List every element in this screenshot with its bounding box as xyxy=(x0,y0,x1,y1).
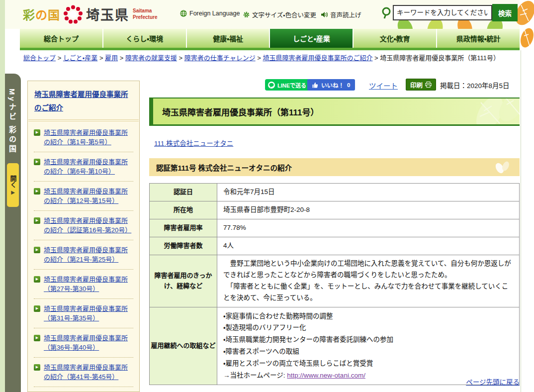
speaker-icon xyxy=(321,11,328,18)
table-row-label: 所在地 xyxy=(150,201,217,219)
search-button[interactable]: 検索 xyxy=(492,4,518,21)
table-row-value: 令和元年7月15日 xyxy=(217,184,520,201)
arrow-bullet-icon: ▶ xyxy=(34,188,40,195)
sidebar-link[interactable]: 埼玉県障害者雇用優良事業所の紹介（第12号-第15号） xyxy=(44,187,133,206)
sidebar-item[interactable]: ▶埼玉県障害者雇用優良事業所の紹介（第46号-第50号） xyxy=(34,387,133,392)
logo-english-name: Saitama Prefecture xyxy=(133,8,157,20)
back-to-top-row: ページ先頭に戻る xyxy=(149,377,520,387)
site-logo[interactable]: 彩の国 埼玉県 Saitama Prefecture xyxy=(23,4,157,24)
nav-underline-strip xyxy=(20,48,520,50)
sidebar-item[interactable]: ▶埼玉県障害者雇用優良事業所の紹介（第1号-第5号） xyxy=(34,123,133,152)
saitama-emblem-icon xyxy=(64,5,83,24)
breadcrumb-link[interactable]: しごと・産業 xyxy=(63,54,97,62)
table-row: 障害者雇用のきっかけ、経緯など 豊野工業団地という中小企業向けの工場団地に入れた… xyxy=(150,255,520,307)
line-share-label: LINEで送る xyxy=(277,81,306,89)
foreign-language-link[interactable]: Foreign Language xyxy=(180,10,240,17)
table-row: 障害者雇用率77.78% xyxy=(150,219,520,237)
nav-tab-5[interactable]: 文化・教育 xyxy=(354,29,436,48)
arrow-bullet-icon: ▶ xyxy=(34,129,40,136)
sidebar-link[interactable]: 埼玉県障害者雇用優良事業所の紹介（認証第16号-第20号） xyxy=(44,216,133,235)
foreign-language-label: Foreign Language xyxy=(189,10,240,17)
published-date: 掲載日：2020年8月5日 xyxy=(440,80,510,90)
breadcrumb-link[interactable]: 埼玉県障害者雇用優良事業所のご紹介 xyxy=(263,54,372,62)
table-row-value: ・家庭事情に合わせた勤務時間の調整・製造現場のバリアフリー化・埼玉県職業能力開発… xyxy=(217,307,520,385)
nav-tab-4[interactable]: しごと・産業 xyxy=(270,29,353,48)
thumbs-up-icon xyxy=(312,82,318,88)
sidebar-link[interactable]: 埼玉県障害者雇用優良事業所（第36号-第40号） xyxy=(44,333,133,353)
sidebar-link[interactable]: 埼玉県障害者雇用優良事業所の紹介（第21号-第25号） xyxy=(44,245,133,265)
table-row: 雇用継続への取組など・家庭事情に合わせた勤務時間の調整・製造現場のバリアフリー化… xyxy=(150,307,520,385)
nav-tab-2[interactable]: くらし・環境 xyxy=(103,29,186,48)
table-row-label: 障害者雇用率 xyxy=(150,219,217,237)
page-left-strip xyxy=(0,0,5,392)
sidebar-link[interactable]: 埼玉県障害者雇用優良事業所の紹介（第6号-第10号） xyxy=(44,157,133,177)
back-to-top-link[interactable]: ページ先頭に戻る xyxy=(466,379,520,386)
sidebar-item[interactable]: ▶埼玉県障害者雇用優良事業所（第31号-第35号） xyxy=(34,299,133,328)
breadcrumb-link[interactable]: 総合トップ xyxy=(23,54,56,62)
sidebar-item[interactable]: ▶埼玉県障害者雇用優良事業所の紹介（第6号-第10号） xyxy=(34,152,133,182)
print-button[interactable]: 印刷 xyxy=(406,79,436,91)
mynavi-arrow-icon: ▶ xyxy=(11,190,15,195)
bullet-line: ・製造現場のバリアフリー化 xyxy=(223,322,513,334)
breadcrumb-separator: > xyxy=(97,54,105,62)
page-title: 埼玉県障害者雇用優良事業所（第111号） xyxy=(153,105,319,118)
speech-readout-link[interactable]: 音声読上げ xyxy=(321,10,361,19)
arrow-bullet-icon: ▶ xyxy=(34,305,40,312)
company-anchor-link[interactable]: 111.株式会社ニューオタニ xyxy=(154,138,233,148)
logo-sai-no-kuni: 彩の国 xyxy=(23,5,60,23)
leaf-decoration-right-margin xyxy=(518,26,534,50)
mynavi-open-button[interactable]: 開く ▶ xyxy=(7,163,19,207)
logo-char: 彩 xyxy=(23,8,35,22)
printer-icon xyxy=(425,82,432,88)
text-size-link[interactable]: 文字サイズ・色合い変更 xyxy=(243,10,316,19)
speech-readout-label: 音声読上げ xyxy=(330,10,361,19)
line-share-button[interactable]: LINEで送る xyxy=(265,79,311,91)
sidebar-item[interactable]: ▶埼玉県障害者雇用優良事業所（第36号-第40号） xyxy=(34,328,133,358)
breadcrumb-separator: > xyxy=(177,54,184,62)
gear-icon xyxy=(243,11,250,18)
sidebar-link[interactable]: 埼玉県障害者雇用優良事業所の紹介（第41号-第45号） xyxy=(44,363,133,382)
search-input[interactable] xyxy=(393,5,492,20)
breadcrumb-link[interactable]: 雇用 xyxy=(105,54,118,62)
sidebar-item[interactable]: ▶埼玉県障害者雇用優良事業所の紹介（認証第16号-第20号） xyxy=(34,211,133,240)
table-row-label: 労働障害者数 xyxy=(150,237,217,255)
sidebar-item[interactable]: ▶埼玉県障害者雇用優良事業所の紹介（第41号-第45号） xyxy=(34,358,133,387)
breadcrumb-separator: > xyxy=(373,54,380,62)
company-info-table: 認証日令和元年7月15日所在地埼玉県春日部市豊野町2-20-8障害者雇用率77.… xyxy=(149,183,520,385)
nav-tab-1[interactable]: 総合トップ xyxy=(20,29,102,48)
facebook-like-button[interactable]: いいね！ 0 xyxy=(307,79,355,91)
mynavi-open-label: 開く xyxy=(8,175,18,188)
sidebar-item[interactable]: ▶埼玉県障害者雇用優良事業所の紹介（第21号-第25号） xyxy=(34,240,133,270)
mynavi-side-tab[interactable]: Myナビ 彩の国 開く ▶ xyxy=(5,74,21,392)
sidebar-list: ▶埼玉県障害者雇用優良事業所の紹介（第1号-第5号）▶埼玉県障害者雇用優良事業所… xyxy=(28,121,139,392)
table-row: 認証日令和元年7月15日 xyxy=(150,184,520,201)
table-row-label: 障害者雇用のきっかけ、経緯など xyxy=(150,255,217,307)
sidebar-heading-link[interactable]: 埼玉県障害者雇用優良事業所のご紹介 xyxy=(34,88,133,115)
breadcrumb-separator: > xyxy=(256,54,263,62)
breadcrumb-link[interactable]: 障害者の仕事チャレンジ xyxy=(184,54,256,62)
table-row-value: 埼玉県春日部市豊野町2-20-8 xyxy=(217,201,520,219)
sidebar-link[interactable]: 埼玉県障害者雇用優良事業所（第31号-第35号） xyxy=(44,304,133,323)
table-row-value: 豊野工業団地という中小企業向けの工場団地に入れた恩義を覚えていて、自分も何か恩返… xyxy=(217,255,520,307)
nav-tab-3[interactable]: 健康・福祉 xyxy=(187,29,269,48)
arrow-bullet-icon: ▶ xyxy=(34,247,40,253)
text-size-label: 文字サイズ・色合い変更 xyxy=(252,10,316,19)
breadcrumb-link[interactable]: 障害者の就業支援 xyxy=(125,54,177,62)
arrow-bullet-icon: ▶ xyxy=(34,276,40,283)
arrow-bullet-icon: ▶ xyxy=(34,217,40,224)
section-heading: 認証第111号 株式会社ニューオタニの紹介 xyxy=(149,162,292,173)
facebook-like-count: 0 xyxy=(347,82,350,88)
line-icon xyxy=(268,82,275,89)
info-table-body: 認証日令和元年7月15日所在地埼玉県春日部市豊野町2-20-8障害者雇用率77.… xyxy=(150,184,520,385)
bullet-line: ・障害者スポーツへの取組 xyxy=(223,346,513,358)
sidebar-item[interactable]: ▶埼玉県障害者雇用優良事業所（第27号-第30号） xyxy=(34,270,133,299)
search-icon xyxy=(381,6,392,19)
table-row: 所在地埼玉県春日部市豊野町2-20-8 xyxy=(150,201,520,219)
tweet-link[interactable]: ツイート xyxy=(369,80,398,91)
sidebar-item[interactable]: ▶埼玉県障害者雇用優良事業所の紹介（第12号-第15号） xyxy=(34,182,133,211)
sidebar-link[interactable]: 埼玉県障害者雇用優良事業所（第27号-第30号） xyxy=(44,275,133,294)
nav-tab-6[interactable]: 県政情報・統計 xyxy=(437,29,520,48)
sidebar-link[interactable]: 埼玉県障害者雇用優良事業所の紹介（第1号-第5号） xyxy=(44,128,133,147)
table-row-value: 4人 xyxy=(217,237,520,255)
page-title-banner: 埼玉県障害者雇用優良事業所（第111号） xyxy=(149,98,520,126)
